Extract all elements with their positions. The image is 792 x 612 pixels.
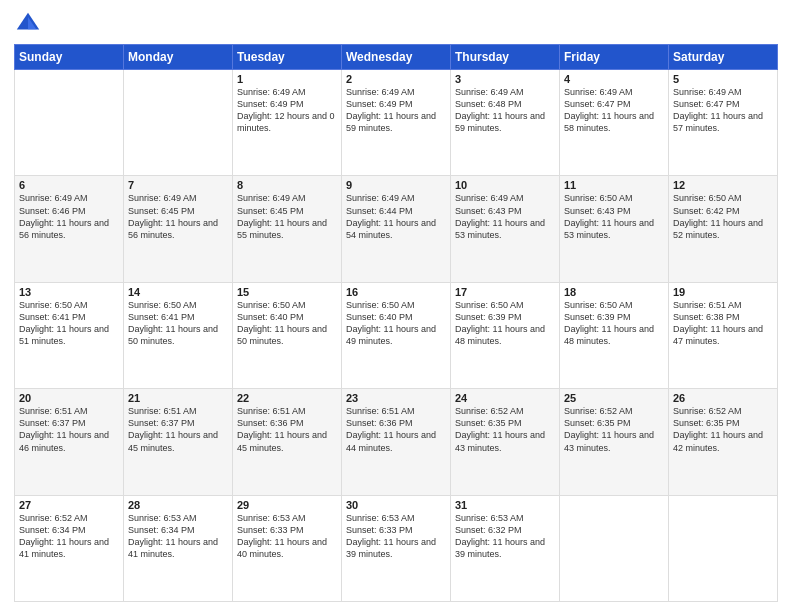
day-number: 26 [673, 392, 773, 404]
day-cell: 4Sunrise: 6:49 AM Sunset: 6:47 PM Daylig… [560, 70, 669, 176]
day-number: 21 [128, 392, 228, 404]
day-detail: Sunrise: 6:49 AM Sunset: 6:46 PM Dayligh… [19, 192, 119, 241]
day-detail: Sunrise: 6:50 AM Sunset: 6:39 PM Dayligh… [455, 299, 555, 348]
day-detail: Sunrise: 6:51 AM Sunset: 6:36 PM Dayligh… [237, 405, 337, 454]
day-cell [124, 70, 233, 176]
day-number: 1 [237, 73, 337, 85]
week-row-4: 20Sunrise: 6:51 AM Sunset: 6:37 PM Dayli… [15, 389, 778, 495]
day-detail: Sunrise: 6:50 AM Sunset: 6:41 PM Dayligh… [128, 299, 228, 348]
logo [14, 10, 44, 38]
day-detail: Sunrise: 6:53 AM Sunset: 6:33 PM Dayligh… [237, 512, 337, 561]
day-cell: 22Sunrise: 6:51 AM Sunset: 6:36 PM Dayli… [233, 389, 342, 495]
day-number: 2 [346, 73, 446, 85]
day-number: 17 [455, 286, 555, 298]
day-cell: 7Sunrise: 6:49 AM Sunset: 6:45 PM Daylig… [124, 176, 233, 282]
day-detail: Sunrise: 6:50 AM Sunset: 6:39 PM Dayligh… [564, 299, 664, 348]
day-number: 14 [128, 286, 228, 298]
weekday-header-wednesday: Wednesday [342, 45, 451, 70]
day-detail: Sunrise: 6:49 AM Sunset: 6:47 PM Dayligh… [564, 86, 664, 135]
day-cell: 11Sunrise: 6:50 AM Sunset: 6:43 PM Dayli… [560, 176, 669, 282]
day-detail: Sunrise: 6:51 AM Sunset: 6:37 PM Dayligh… [19, 405, 119, 454]
day-detail: Sunrise: 6:51 AM Sunset: 6:38 PM Dayligh… [673, 299, 773, 348]
weekday-header-row: SundayMondayTuesdayWednesdayThursdayFrid… [15, 45, 778, 70]
day-cell: 27Sunrise: 6:52 AM Sunset: 6:34 PM Dayli… [15, 495, 124, 601]
day-number: 31 [455, 499, 555, 511]
day-cell: 30Sunrise: 6:53 AM Sunset: 6:33 PM Dayli… [342, 495, 451, 601]
day-cell: 25Sunrise: 6:52 AM Sunset: 6:35 PM Dayli… [560, 389, 669, 495]
weekday-header-tuesday: Tuesday [233, 45, 342, 70]
day-number: 19 [673, 286, 773, 298]
day-cell: 12Sunrise: 6:50 AM Sunset: 6:42 PM Dayli… [669, 176, 778, 282]
day-detail: Sunrise: 6:52 AM Sunset: 6:35 PM Dayligh… [673, 405, 773, 454]
week-row-2: 6Sunrise: 6:49 AM Sunset: 6:46 PM Daylig… [15, 176, 778, 282]
day-cell: 16Sunrise: 6:50 AM Sunset: 6:40 PM Dayli… [342, 282, 451, 388]
day-number: 11 [564, 179, 664, 191]
day-number: 20 [19, 392, 119, 404]
day-cell: 9Sunrise: 6:49 AM Sunset: 6:44 PM Daylig… [342, 176, 451, 282]
day-number: 29 [237, 499, 337, 511]
day-cell: 19Sunrise: 6:51 AM Sunset: 6:38 PM Dayli… [669, 282, 778, 388]
header [14, 10, 778, 38]
day-cell: 26Sunrise: 6:52 AM Sunset: 6:35 PM Dayli… [669, 389, 778, 495]
day-detail: Sunrise: 6:49 AM Sunset: 6:48 PM Dayligh… [455, 86, 555, 135]
day-cell: 24Sunrise: 6:52 AM Sunset: 6:35 PM Dayli… [451, 389, 560, 495]
day-detail: Sunrise: 6:53 AM Sunset: 6:33 PM Dayligh… [346, 512, 446, 561]
day-cell: 17Sunrise: 6:50 AM Sunset: 6:39 PM Dayli… [451, 282, 560, 388]
day-cell: 20Sunrise: 6:51 AM Sunset: 6:37 PM Dayli… [15, 389, 124, 495]
day-number: 27 [19, 499, 119, 511]
day-cell: 2Sunrise: 6:49 AM Sunset: 6:49 PM Daylig… [342, 70, 451, 176]
week-row-5: 27Sunrise: 6:52 AM Sunset: 6:34 PM Dayli… [15, 495, 778, 601]
day-number: 4 [564, 73, 664, 85]
day-cell: 21Sunrise: 6:51 AM Sunset: 6:37 PM Dayli… [124, 389, 233, 495]
weekday-header-thursday: Thursday [451, 45, 560, 70]
day-detail: Sunrise: 6:50 AM Sunset: 6:43 PM Dayligh… [564, 192, 664, 241]
day-number: 30 [346, 499, 446, 511]
day-detail: Sunrise: 6:49 AM Sunset: 6:45 PM Dayligh… [237, 192, 337, 241]
day-number: 23 [346, 392, 446, 404]
day-number: 8 [237, 179, 337, 191]
day-cell: 13Sunrise: 6:50 AM Sunset: 6:41 PM Dayli… [15, 282, 124, 388]
day-detail: Sunrise: 6:53 AM Sunset: 6:34 PM Dayligh… [128, 512, 228, 561]
day-detail: Sunrise: 6:49 AM Sunset: 6:47 PM Dayligh… [673, 86, 773, 135]
logo-icon [14, 10, 42, 38]
day-cell: 8Sunrise: 6:49 AM Sunset: 6:45 PM Daylig… [233, 176, 342, 282]
day-number: 18 [564, 286, 664, 298]
day-number: 5 [673, 73, 773, 85]
day-number: 25 [564, 392, 664, 404]
day-cell: 3Sunrise: 6:49 AM Sunset: 6:48 PM Daylig… [451, 70, 560, 176]
page: SundayMondayTuesdayWednesdayThursdayFrid… [0, 0, 792, 612]
day-cell: 15Sunrise: 6:50 AM Sunset: 6:40 PM Dayli… [233, 282, 342, 388]
day-detail: Sunrise: 6:52 AM Sunset: 6:35 PM Dayligh… [455, 405, 555, 454]
day-number: 9 [346, 179, 446, 191]
day-cell [669, 495, 778, 601]
day-detail: Sunrise: 6:51 AM Sunset: 6:37 PM Dayligh… [128, 405, 228, 454]
day-detail: Sunrise: 6:50 AM Sunset: 6:41 PM Dayligh… [19, 299, 119, 348]
day-cell: 6Sunrise: 6:49 AM Sunset: 6:46 PM Daylig… [15, 176, 124, 282]
day-cell: 28Sunrise: 6:53 AM Sunset: 6:34 PM Dayli… [124, 495, 233, 601]
day-number: 12 [673, 179, 773, 191]
day-cell [560, 495, 669, 601]
day-detail: Sunrise: 6:49 AM Sunset: 6:49 PM Dayligh… [237, 86, 337, 135]
day-cell: 29Sunrise: 6:53 AM Sunset: 6:33 PM Dayli… [233, 495, 342, 601]
week-row-3: 13Sunrise: 6:50 AM Sunset: 6:41 PM Dayli… [15, 282, 778, 388]
day-number: 10 [455, 179, 555, 191]
day-cell: 1Sunrise: 6:49 AM Sunset: 6:49 PM Daylig… [233, 70, 342, 176]
weekday-header-sunday: Sunday [15, 45, 124, 70]
day-number: 15 [237, 286, 337, 298]
day-cell: 14Sunrise: 6:50 AM Sunset: 6:41 PM Dayli… [124, 282, 233, 388]
calendar-table: SundayMondayTuesdayWednesdayThursdayFrid… [14, 44, 778, 602]
day-detail: Sunrise: 6:49 AM Sunset: 6:49 PM Dayligh… [346, 86, 446, 135]
day-detail: Sunrise: 6:49 AM Sunset: 6:43 PM Dayligh… [455, 192, 555, 241]
day-cell: 10Sunrise: 6:49 AM Sunset: 6:43 PM Dayli… [451, 176, 560, 282]
day-detail: Sunrise: 6:50 AM Sunset: 6:40 PM Dayligh… [237, 299, 337, 348]
day-number: 3 [455, 73, 555, 85]
day-number: 24 [455, 392, 555, 404]
weekday-header-monday: Monday [124, 45, 233, 70]
weekday-header-friday: Friday [560, 45, 669, 70]
day-detail: Sunrise: 6:51 AM Sunset: 6:36 PM Dayligh… [346, 405, 446, 454]
day-detail: Sunrise: 6:52 AM Sunset: 6:34 PM Dayligh… [19, 512, 119, 561]
day-detail: Sunrise: 6:49 AM Sunset: 6:44 PM Dayligh… [346, 192, 446, 241]
day-detail: Sunrise: 6:53 AM Sunset: 6:32 PM Dayligh… [455, 512, 555, 561]
day-number: 13 [19, 286, 119, 298]
day-cell: 23Sunrise: 6:51 AM Sunset: 6:36 PM Dayli… [342, 389, 451, 495]
